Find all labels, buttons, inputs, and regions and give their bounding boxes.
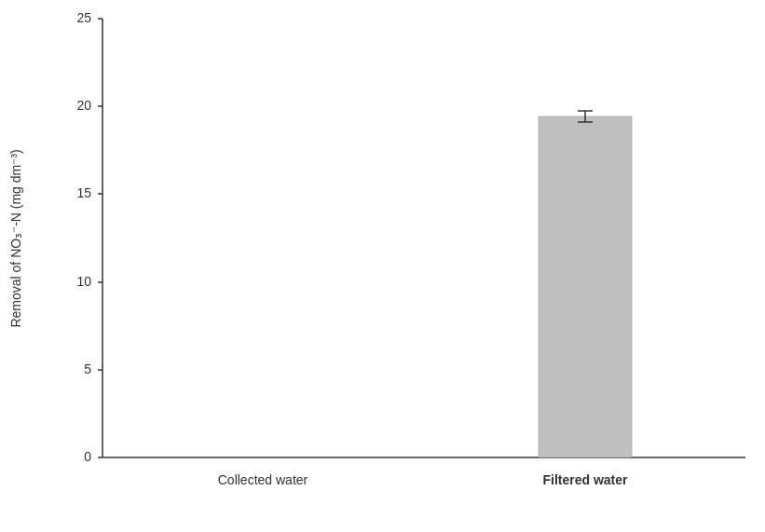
y-tick-10: 10 bbox=[76, 274, 91, 289]
y-tick-20: 20 bbox=[76, 98, 91, 113]
y-axis-label: Removal of NO₃⁻-N (mg dm⁻³) bbox=[8, 149, 23, 327]
y-tick-5: 5 bbox=[84, 361, 91, 376]
x-label-filtered-water: Filtered water bbox=[542, 472, 628, 487]
chart-container: 0 5 10 15 20 25 Removal of NO₃⁻-N (mg dm… bbox=[0, 0, 765, 532]
x-label-collected-water: Collected water bbox=[218, 472, 308, 487]
y-tick-15: 15 bbox=[76, 185, 91, 200]
svg-rect-0 bbox=[0, 0, 765, 532]
y-tick-0: 0 bbox=[84, 449, 91, 464]
bar-chart: 0 5 10 15 20 25 Removal of NO₃⁻-N (mg dm… bbox=[0, 0, 765, 532]
y-tick-25: 25 bbox=[76, 10, 91, 25]
bar-filtered-water bbox=[539, 116, 632, 457]
